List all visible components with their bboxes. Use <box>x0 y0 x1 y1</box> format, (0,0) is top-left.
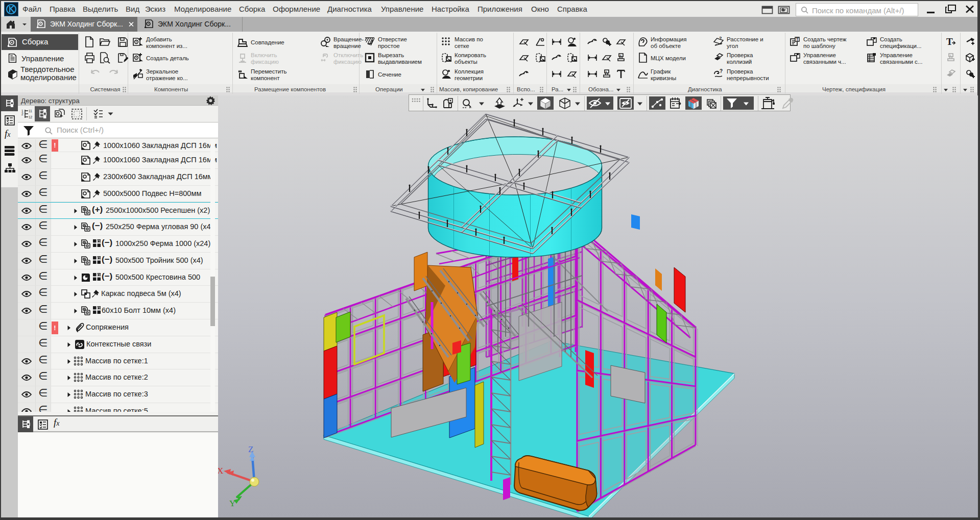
svg-text:X: X <box>218 466 223 476</box>
svg-text:Z: Z <box>248 444 253 454</box>
svg-text:11: 11 <box>29 109 32 113</box>
svg-text:12: 12 <box>29 115 33 119</box>
svg-text:Y: Y <box>229 499 235 508</box>
svg-text:2: 2 <box>21 112 23 116</box>
